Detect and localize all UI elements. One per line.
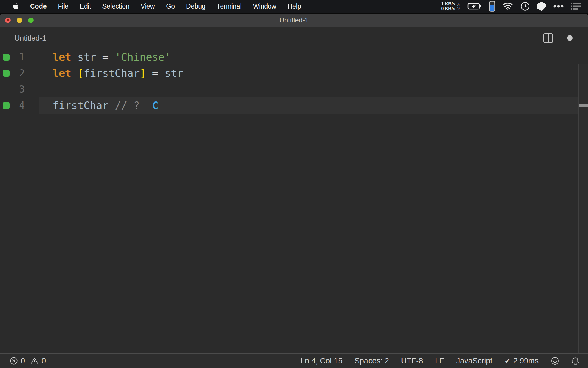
editor-scrollbar[interactable] [578, 64, 588, 353]
gutter-spacer [25, 81, 39, 97]
line-number: 4 [13, 97, 25, 114]
quokka-coverage-marker-icon [3, 70, 10, 77]
line-number: 3 [13, 81, 25, 97]
minimize-button[interactable] [17, 18, 22, 23]
language-mode[interactable]: JavaScript [456, 356, 492, 365]
menu-item-terminal[interactable]: Terminal [217, 3, 242, 10]
gutter-spacer [25, 49, 39, 65]
overview-ruler-cursor-marker [579, 104, 588, 107]
menu-item-help[interactable]: Help [287, 3, 301, 10]
status-bar: 0 0 Ln 4, Col 15 Spaces: 2 UTF-8 LF Java… [0, 353, 588, 368]
wifi-icon[interactable] [502, 2, 513, 10]
code-line-3[interactable]: 3 [0, 81, 588, 97]
gutter-glyph-cell [0, 65, 13, 81]
menu-left: CodeFileEditSelectionViewGoDebugTerminal… [13, 3, 301, 10]
warning-count: 0 [42, 356, 46, 365]
menu-item-view[interactable]: View [141, 3, 155, 10]
gutter-glyph-cell [0, 49, 13, 65]
macos-menu-bar: CodeFileEditSelectionViewGoDebugTerminal… [0, 0, 588, 13]
gutter-spacer [25, 97, 39, 114]
menu-item-selection[interactable]: Selection [102, 3, 129, 10]
problems-status[interactable]: 0 0 [10, 356, 46, 365]
file-encoding[interactable]: UTF-8 [401, 356, 423, 365]
notifications-bell-icon[interactable] [571, 356, 579, 365]
editor-title-area: Untitled-1 [0, 27, 588, 49]
feedback-smiley-icon[interactable] [551, 356, 559, 365]
quokka-perf-status[interactable]: ✔ 2.99ms [504, 356, 539, 365]
menu-item-code[interactable]: Code [30, 3, 47, 10]
open-file-tab-label[interactable]: Untitled-1 [14, 27, 46, 49]
menu-item-window[interactable]: Window [253, 3, 276, 10]
perf-time: 2.99ms [513, 356, 539, 365]
code-text[interactable] [39, 81, 578, 97]
cursor-position[interactable]: Ln 4, Col 15 [301, 356, 343, 365]
end-of-line-setting[interactable]: LF [435, 356, 444, 365]
line-number: 2 [13, 65, 25, 81]
traffic-lights [5, 14, 34, 27]
apple-logo-icon[interactable] [13, 3, 19, 10]
code-text[interactable]: firstChar // ? C [39, 97, 578, 114]
error-count: 0 [21, 356, 25, 365]
window-title-bar[interactable]: Untitled-1 [0, 14, 588, 27]
indentation-setting[interactable]: Spaces: 2 [355, 356, 389, 365]
zoom-button[interactable] [28, 18, 34, 23]
menu-item-file[interactable]: File [58, 3, 69, 10]
unsaved-indicator-dot [7, 19, 9, 21]
quokka-coverage-marker-icon [3, 102, 10, 109]
code-line-1[interactable]: 1let str = 'Chinese' [0, 49, 588, 65]
quokka-coverage-marker-icon [3, 54, 10, 61]
clock-icon[interactable] [521, 2, 530, 11]
more-dots-icon[interactable] [553, 5, 564, 8]
unsaved-dot-icon[interactable] [567, 35, 573, 41]
code-text[interactable]: let str = 'Chinese' [39, 49, 578, 65]
code-text[interactable]: let [firstChar] = str [39, 65, 578, 81]
battery-charging-icon[interactable] [467, 2, 482, 10]
gutter-glyph-cell [0, 97, 13, 114]
gutter-glyph-cell [0, 81, 13, 97]
download-arrow-icon: ▽ [457, 6, 460, 10]
network-up-speed: 1 KB/s [441, 1, 455, 6]
editor-lines[interactable]: 1let str = 'Chinese'2let [firstChar] = s… [0, 49, 588, 114]
warnings-icon [30, 357, 39, 365]
close-button[interactable] [5, 18, 11, 23]
code-line-4[interactable]: 4firstChar // ? C [0, 97, 588, 114]
menu-item-edit[interactable]: Edit [80, 3, 91, 10]
list-icon[interactable] [571, 3, 581, 10]
menu-status-area: 1 KB/s 0 KB/s △ ▽ [441, 1, 581, 12]
line-number: 1 [13, 49, 25, 65]
cube-icon[interactable] [537, 1, 546, 11]
errors-icon [10, 357, 18, 365]
editor-workbench: Untitled-1 1let str = 'Chinese'2let [fir… [0, 27, 588, 368]
split-editor-icon[interactable] [543, 33, 553, 43]
vertical-battery-icon[interactable] [489, 1, 495, 12]
check-icon: ✔ [504, 356, 511, 365]
menu-item-debug[interactable]: Debug [186, 3, 206, 10]
menu-item-go[interactable]: Go [166, 3, 175, 10]
window-title: Untitled-1 [279, 16, 309, 24]
status-bar-right: Ln 4, Col 15 Spaces: 2 UTF-8 LF JavaScri… [301, 356, 579, 365]
code-line-2[interactable]: 2let [firstChar] = str [0, 65, 588, 81]
gutter-spacer [25, 65, 39, 81]
network-speed-indicator[interactable]: 1 KB/s 0 KB/s △ ▽ [441, 1, 460, 11]
network-down-speed: 0 KB/s [441, 6, 455, 11]
